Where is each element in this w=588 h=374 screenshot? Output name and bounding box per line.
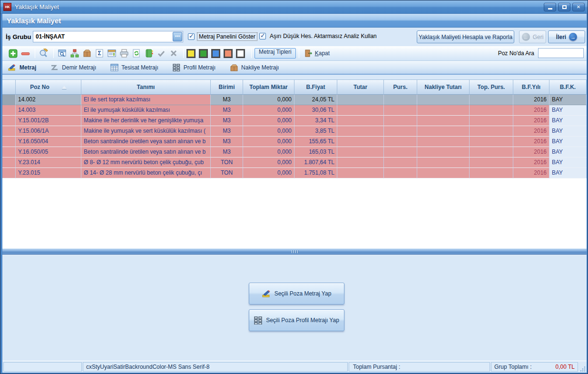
metraj-panel: Seçili Poza Metraj Yap Seçili Poza Profi…	[2, 255, 587, 361]
ileri-button[interactable]: İleri →	[548, 30, 585, 43]
cell-purs-	[384, 95, 417, 105]
svg-text:Σ: Σ	[98, 50, 101, 57]
horizontal-splitter[interactable]	[2, 248, 587, 255]
exit-door-icon	[304, 49, 313, 58]
metraj-panel-checkbox[interactable]: Metraj Panelini Göster	[188, 32, 257, 41]
cell-nakliye-tutar-	[417, 147, 470, 157]
cell-tutar	[337, 126, 384, 137]
column-header-tan-m-[interactable]: Tanımı	[81, 79, 211, 95]
toolbar-separator	[183, 49, 184, 58]
contacts-button[interactable]	[143, 48, 155, 59]
color-square-button[interactable]	[236, 49, 245, 58]
column-header-toplam-miktar[interactable]: Toplam Miktar	[243, 79, 294, 95]
resize-grip-icon[interactable]	[579, 362, 586, 372]
cell-top-purs-	[470, 95, 513, 105]
toolbar-separator	[35, 49, 35, 58]
tab-metraj[interactable]: Metraj	[8, 64, 36, 71]
color-square-button[interactable]	[199, 49, 208, 58]
cell-tutar	[337, 116, 384, 126]
cell-poz-no: Y.15.001/2B	[16, 116, 81, 126]
tab-profil-metraji[interactable]: Profil Metrajı	[173, 64, 216, 71]
cell-b-f-k-: BAY	[549, 116, 587, 126]
cell-toplam-miktar: 0,000	[243, 105, 294, 116]
add-row-button[interactable]	[7, 48, 19, 59]
color-square-button[interactable]	[211, 49, 220, 58]
poz-search-input[interactable]	[538, 48, 584, 58]
cell-tan-m-: Makine ile yumuşak ve sert küskülük kazı…	[81, 126, 211, 137]
maximize-button[interactable]	[558, 3, 570, 11]
cell-b-f-y-l-: 2016	[513, 157, 549, 168]
tab-tesisat-metraji[interactable]: Tesisat Metrajı	[110, 64, 158, 71]
tab-nakliye-metraji[interactable]: Nakliye Metrajı	[230, 64, 279, 71]
cell-b-fiyat: 3,85 TL	[294, 126, 337, 137]
preview-button[interactable]	[57, 48, 68, 59]
package-button[interactable]	[81, 48, 93, 59]
kapat-button[interactable]: Kapat	[304, 49, 330, 58]
cell-tan-m-: Makine ile her derinlik ve her genişlikt…	[81, 116, 211, 126]
is-grubu-input[interactable]: 01-İNŞAAT ▪▪▪	[33, 31, 183, 42]
cell-b-f-y-l-: 2016	[513, 116, 549, 126]
ruler-pencil-icon	[8, 64, 17, 71]
asiri-dusuk-checkbox[interactable]: Aşırı Düşük Hes. Aktarmasız Analiz Kulla…	[259, 32, 378, 40]
cell-purs-	[384, 126, 417, 137]
hesapla-raporla-button[interactable]: Yaklaşık Maliyeti Hesapla ve Raporla	[417, 30, 514, 43]
toolbar-separator	[53, 49, 54, 58]
table-row[interactable]: Y.15.001/2BMakine ile her derinlik ve he…	[2, 116, 587, 126]
grid-body: 14.002El ile sert toprak kazılmasıM30,00…	[2, 95, 587, 178]
secili-poza-profil-metraji-yap-button[interactable]: Seçili Poza Profil Metrajı Yap	[249, 309, 344, 331]
refresh-button[interactable]	[131, 48, 142, 59]
row-indicator	[2, 95, 16, 105]
close-button[interactable]: ✕	[572, 3, 585, 11]
cell-tutar	[337, 147, 384, 157]
grup-toplami-value: 0,00 TL	[556, 364, 575, 370]
ellipsis-button[interactable]: ▪▪▪	[173, 32, 182, 41]
ruler-pencil-icon	[262, 290, 271, 298]
forward-arrow-icon: →	[569, 33, 577, 41]
print-button[interactable]	[118, 48, 130, 59]
cell-top-purs-	[470, 126, 513, 137]
cancel-button[interactable]	[168, 48, 179, 59]
column-header-purs-[interactable]: Purs.	[384, 79, 417, 95]
metraj-tipleri-button[interactable]: Metraj Tipleri	[255, 48, 296, 59]
tab-demir-metraji[interactable]: Demir Metrajı	[50, 64, 96, 71]
cell-b-f-y-l-: 2016	[513, 105, 549, 116]
cell-purs-	[384, 105, 417, 116]
report-button[interactable]	[106, 48, 118, 59]
table-row[interactable]: Y.16.050/04Beton santralinde üretilen ve…	[2, 137, 587, 147]
column-header-b-f-y-l-[interactable]: B.F.Yılı	[513, 79, 549, 95]
color-square-button[interactable]	[186, 49, 196, 58]
geri-button[interactable]: ← Geri	[519, 30, 546, 43]
column-header-top-purs-[interactable]: Top. Purs.	[470, 79, 513, 95]
column-header-birimi[interactable]: Birimi	[211, 79, 243, 95]
color-square-button[interactable]	[224, 49, 233, 58]
cell-toplam-miktar: 0,000	[243, 168, 294, 178]
cell-nakliye-tutar-	[417, 137, 470, 147]
table-row[interactable]: Y.16.050/05Beton santralinde üretilen ve…	[2, 147, 587, 157]
column-header-b-fiyat[interactable]: B.Fiyat	[294, 79, 337, 95]
cell-tutar	[337, 157, 384, 168]
column-header-poz-no[interactable]: Poz No	[16, 79, 81, 95]
row-indicator	[2, 116, 16, 126]
column-header-nakliye-tutar-[interactable]: Nakliye Tutarı	[417, 79, 470, 95]
secili-poza-metraj-yap-button[interactable]: Seçili Poza Metraj Yap	[249, 283, 344, 305]
minimize-button[interactable]	[544, 3, 556, 11]
splitter-grip-icon	[295, 250, 296, 253]
cell-toplam-miktar: 0,000	[243, 137, 294, 147]
tree-view-button[interactable]	[69, 48, 80, 59]
page-header: Yaklaşık Maliyet	[2, 14, 587, 28]
apply-button[interactable]	[156, 48, 167, 59]
table-row[interactable]: 14.002El ile sert toprak kazılmasıM30,00…	[2, 95, 587, 105]
table-row[interactable]: Y.15.006/1AMakine ile yumuşak ve sert kü…	[2, 126, 587, 137]
table-row[interactable]: Y.23.014Ø 8- Ø 12 mm nervürlü beton çeli…	[2, 157, 587, 168]
remove-row-button[interactable]	[20, 48, 31, 59]
cell-top-purs-	[470, 157, 513, 168]
column-header-tutar[interactable]: Tutar	[337, 79, 384, 95]
zoom-edit-button[interactable]	[38, 48, 49, 59]
sum-button[interactable]: Σ	[94, 48, 105, 59]
table-row[interactable]: 14.003El ile yumuşak küskülük kazılmasıM…	[2, 105, 587, 116]
cell-poz-no: 14.003	[16, 105, 81, 116]
table-row[interactable]: Y.23.015Ø 14- Ø 28 mm nervürlü beton çel…	[2, 168, 587, 178]
column-header-b-f-k-[interactable]: B.F.K.	[549, 79, 587, 95]
close-icon: ✕	[577, 4, 580, 10]
app-icon: HK	[3, 3, 11, 11]
